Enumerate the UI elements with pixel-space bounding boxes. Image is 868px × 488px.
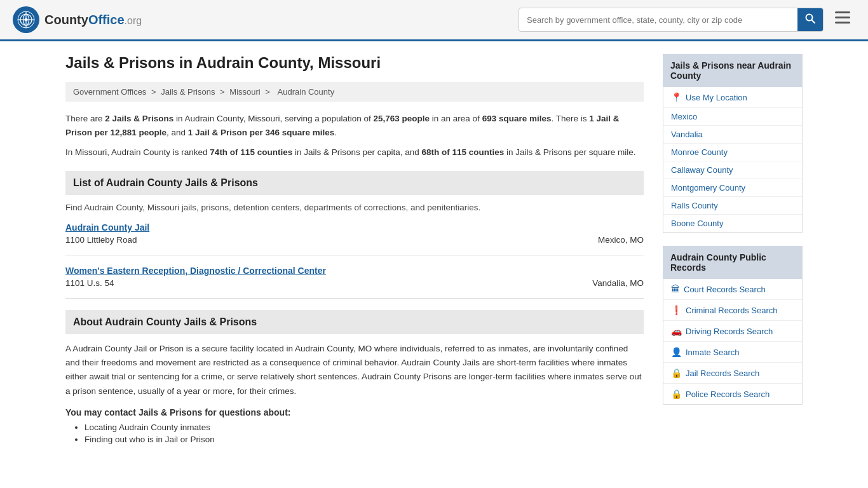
contact-header: You may contact Jails & Prisons for ques… — [65, 407, 644, 417]
nearby-mexico[interactable]: Mexico — [663, 108, 802, 126]
logo-area: CountyOffice.org — [13, 6, 142, 33]
nearby-title: Jails & Prisons near Audrain County — [663, 54, 803, 87]
svg-rect-9 — [835, 17, 850, 18]
facility-address-0: 1100 Littleby Road — [65, 235, 149, 245]
svg-line-7 — [812, 20, 815, 24]
nearby-monroe-county[interactable]: Monroe County — [663, 144, 802, 161]
breadcrumb-jails[interactable]: Jails & Prisons — [161, 87, 215, 97]
nearby-montgomery-county[interactable]: Montgomery County — [663, 179, 802, 197]
criminal-icon: ❗ — [671, 305, 682, 315]
list-section-desc: Find Audrain County, Missouri jails, pri… — [65, 203, 644, 212]
facility-name-1[interactable]: Women's Eastern Reception, Diagnostic / … — [65, 266, 326, 276]
main-container: Jails & Prisons in Audrain County, Misso… — [53, 41, 815, 459]
records-links: 🏛 Court Records Search ❗ Criminal Record… — [663, 279, 803, 405]
svg-rect-8 — [835, 11, 850, 13]
police-records-link[interactable]: 🔒 Police Records Search — [663, 384, 802, 404]
breadcrumb-missouri[interactable]: Missouri — [229, 87, 260, 97]
facility-left-1: Women's Eastern Reception, Diagnostic / … — [65, 266, 326, 288]
facility-address-1: 1101 U.s. 54 — [65, 278, 326, 288]
inmate-search-link[interactable]: 👤 Inmate Search — [663, 342, 802, 363]
svg-rect-10 — [835, 22, 850, 24]
nearby-links: 📍 Use My Location Mexico Vandalia Monroe… — [663, 87, 803, 233]
header-right — [519, 8, 855, 32]
inmate-icon: 👤 — [671, 347, 682, 357]
nearby-ralls-county[interactable]: Ralls County — [663, 197, 802, 215]
logo-text: CountyOffice.org — [44, 13, 142, 27]
bullet-1: Finding out who is in Jail or Prison — [85, 435, 644, 444]
facility-city-1: Vandalia, MO — [592, 278, 644, 288]
facility-left-0: Audrain County Jail 1100 Littleby Road — [65, 222, 149, 245]
criminal-records-link[interactable]: ❗ Criminal Records Search — [663, 300, 802, 321]
search-bar — [519, 8, 824, 32]
sidebar: Jails & Prisons near Audrain County 📍 Us… — [663, 54, 803, 447]
content-area: Jails & Prisons in Audrain County, Misso… — [65, 54, 644, 447]
bullet-list: Locating Audrain County inmates Finding … — [65, 423, 644, 444]
jail-records-link[interactable]: 🔒 Jail Records Search — [663, 363, 802, 384]
breadcrumb: Government Offices > Jails & Prisons > M… — [65, 82, 644, 102]
header: CountyOffice.org — [0, 0, 868, 41]
facility-row-1: Women's Eastern Reception, Diagnostic / … — [65, 266, 644, 299]
nearby-boone-county[interactable]: Boone County — [663, 215, 802, 233]
intro-paragraph-1: There are 2 Jails & Prisons in Audrain C… — [65, 112, 644, 139]
bullet-0: Locating Audrain County inmates — [85, 423, 644, 432]
police-icon: 🔒 — [671, 389, 682, 399]
svg-point-5 — [25, 18, 28, 22]
location-icon: 📍 — [671, 92, 682, 102]
logo-icon — [13, 6, 39, 33]
facility-row-0: Audrain County Jail 1100 Littleby Road M… — [65, 222, 644, 255]
about-section-header: About Audrain County Jails & Prisons — [65, 310, 644, 334]
facility-name-0[interactable]: Audrain County Jail — [65, 222, 149, 233]
about-text: A Audrain County Jail or Prison is a sec… — [65, 342, 644, 398]
list-section-header: List of Audrain County Jails & Prisons — [65, 171, 644, 195]
court-records-link[interactable]: 🏛 Court Records Search — [663, 279, 802, 300]
use-location-link[interactable]: 📍 Use My Location — [663, 87, 802, 108]
search-input[interactable] — [519, 10, 797, 30]
search-button[interactable] — [797, 8, 823, 31]
breadcrumb-current: Audrain County — [278, 87, 335, 97]
court-icon: 🏛 — [671, 284, 680, 294]
records-title: Audrain County Public Records — [663, 246, 803, 279]
nearby-vandalia[interactable]: Vandalia — [663, 126, 802, 144]
nearby-callaway-county[interactable]: Callaway County — [663, 161, 802, 179]
driving-icon: 🚗 — [671, 326, 682, 336]
intro-paragraph-2: In Missouri, Audrain County is ranked 74… — [65, 146, 644, 159]
menu-button[interactable] — [830, 9, 855, 30]
facility-city-0: Mexico, MO — [598, 235, 644, 245]
breadcrumb-gov-offices[interactable]: Government Offices — [73, 87, 146, 97]
driving-records-link[interactable]: 🚗 Driving Records Search — [663, 321, 802, 342]
jail-icon: 🔒 — [671, 368, 682, 378]
page-title: Jails & Prisons in Audrain County, Misso… — [65, 54, 644, 72]
